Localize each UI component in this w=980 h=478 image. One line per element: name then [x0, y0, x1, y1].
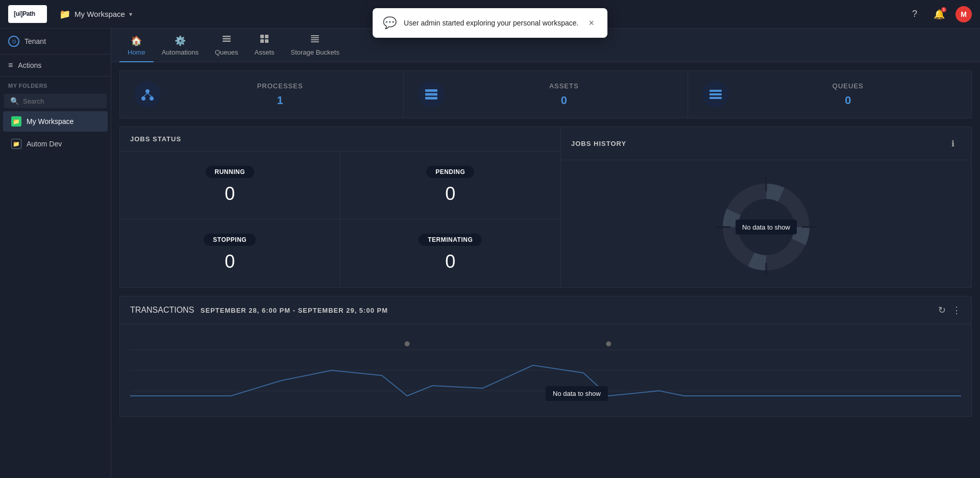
tenant-icon: ⊙ [8, 36, 19, 47]
queues-icon [222, 34, 232, 46]
pending-count: 0 [445, 183, 455, 205]
terminating-count: 0 [445, 251, 455, 272]
tab-assets[interactable]: Assets [247, 29, 283, 62]
toast-message: User admin started exploring your person… [404, 19, 578, 27]
assets-stat-info: ASSETS 0 [455, 82, 673, 107]
svg-rect-3 [223, 38, 231, 40]
notification-badge: 1 [941, 7, 946, 12]
user-avatar[interactable]: M [955, 6, 972, 22]
svg-rect-22 [709, 93, 722, 95]
stats-row: PROCESSES 1 ASSETS 0 [119, 70, 972, 118]
transactions-header: TRANSACTIONS SEPTEMBER 28, 6:00 PM - SEP… [120, 296, 971, 324]
automations-icon: ⚙️ [175, 35, 186, 46]
job-cell-pending: PENDING 0 [340, 152, 561, 219]
svg-point-24 [730, 191, 802, 263]
actions-icon: ≡ [8, 61, 13, 70]
running-count: 0 [225, 183, 235, 205]
svg-rect-5 [260, 35, 264, 38]
processes-stat-card: PROCESSES 1 [119, 70, 404, 118]
svg-rect-2 [223, 36, 231, 37]
tab-storage-buckets-label: Storage Buckets [291, 48, 339, 56]
tab-queues-label: Queues [215, 48, 238, 56]
sidebar-item-autom-dev[interactable]: 📁 Autom Dev [3, 134, 108, 154]
svg-rect-23 [709, 97, 722, 99]
transactions-menu-button[interactable]: ⋮ [952, 305, 961, 316]
stopping-count: 0 [225, 251, 235, 272]
svg-point-13 [145, 89, 150, 93]
transactions-actions: ↻ ⋮ [938, 305, 961, 316]
assets-icon [259, 34, 270, 46]
queues-icon-circle [702, 81, 729, 108]
tab-storage-buckets[interactable]: Storage Buckets [283, 29, 348, 62]
workspace-breadcrumb-label: My Workspace [75, 10, 125, 18]
pending-badge: PENDING [426, 166, 474, 178]
donut-chart-svg [715, 176, 817, 278]
jobs-history-row: JOBS STATUS RUNNING 0 PENDING 0 STOPPING [119, 127, 972, 288]
jobs-history-info-button[interactable]: ℹ [945, 135, 961, 152]
svg-rect-6 [265, 35, 268, 38]
jobs-grid: RUNNING 0 PENDING 0 STOPPING 0 TERMINA [120, 152, 560, 287]
svg-rect-10 [311, 37, 319, 38]
main-layout: ⊙ Tenant ≡ Actions MY FOLDERS 🔍 📁 My Wor… [0, 29, 980, 478]
donut-chart-wrapper: No data to show [715, 176, 817, 278]
svg-rect-8 [265, 39, 268, 43]
svg-rect-20 [425, 97, 437, 99]
sidebar-item-my-workspace[interactable]: 📁 My Workspace [3, 111, 108, 132]
svg-rect-11 [311, 39, 319, 40]
workspace-breadcrumb[interactable]: 📁 My Workspace ▾ [59, 9, 132, 20]
chevron-down-icon: ▾ [129, 11, 132, 18]
transactions-refresh-button[interactable]: ↻ [938, 305, 946, 316]
queues-label: QUEUES [739, 82, 957, 90]
job-cell-running: RUNNING 0 [120, 152, 340, 219]
assets-label: ASSETS [455, 82, 673, 90]
jobs-history-title: JOBS HISTORY [571, 140, 626, 147]
notifications-button[interactable]: 🔔 1 [931, 6, 947, 22]
jobs-status-header: JOBS STATUS [120, 127, 560, 152]
running-badge: RUNNING [206, 166, 255, 178]
svg-rect-7 [260, 39, 264, 43]
transactions-date-range-value: SEPTEMBER 28, 6:00 PM - SEPTEMBER 29, 5:… [201, 307, 388, 314]
sidebar: ⊙ Tenant ≡ Actions MY FOLDERS 🔍 📁 My Wor… [0, 29, 111, 478]
toast-icon: 💬 [383, 16, 397, 30]
svg-point-15 [150, 96, 154, 100]
logo-text: [ui]Path [8, 5, 47, 23]
transactions-chart-area: No data to show [120, 324, 971, 416]
queues-value: 0 [739, 94, 957, 107]
home-icon: 🏠 [131, 35, 142, 46]
jobs-status-title: JOBS STATUS [130, 135, 181, 143]
help-button[interactable]: ? [906, 6, 923, 22]
svg-rect-9 [311, 35, 319, 36]
svg-line-17 [148, 93, 152, 96]
svg-rect-12 [311, 41, 319, 42]
tab-home-label: Home [128, 48, 145, 56]
svg-line-16 [143, 93, 148, 96]
processes-value: 1 [171, 94, 389, 107]
tab-automations-label: Automations [162, 48, 199, 56]
autom-dev-folder-icon: 📁 [11, 139, 21, 149]
job-cell-stopping: STOPPING 0 [120, 219, 340, 287]
tab-automations[interactable]: ⚙️ Automations [154, 30, 207, 62]
transactions-panel: TRANSACTIONS SEPTEMBER 28, 6:00 PM - SEP… [119, 296, 972, 417]
sidebar-tenant[interactable]: ⊙ Tenant [0, 29, 111, 55]
autom-dev-label: Autom Dev [27, 140, 62, 148]
terminating-badge: TERMINATING [419, 234, 482, 246]
transactions-no-data-tooltip: No data to show [546, 386, 608, 401]
jobs-status-panel: JOBS STATUS RUNNING 0 PENDING 0 STOPPING [119, 127, 561, 288]
svg-point-37 [606, 341, 611, 346]
question-icon: ? [912, 9, 917, 19]
tab-home[interactable]: 🏠 Home [119, 30, 154, 62]
tab-assets-label: Assets [255, 48, 275, 56]
search-input[interactable] [23, 97, 109, 105]
my-workspace-folder-icon: 📁 [11, 116, 21, 127]
sidebar-actions[interactable]: ≡ Actions [0, 55, 111, 77]
queues-stat-info: QUEUES 0 [739, 82, 957, 107]
my-workspace-label: My Workspace [27, 117, 74, 125]
toast-close-button[interactable]: × [585, 17, 597, 30]
assets-value: 0 [455, 94, 673, 107]
processes-label: PROCESSES [171, 82, 389, 90]
tab-queues[interactable]: Queues [207, 29, 247, 62]
sidebar-search[interactable]: 🔍 [4, 94, 107, 108]
search-icon: 🔍 [10, 97, 19, 105]
job-cell-terminating: TERMINATING 0 [340, 219, 561, 287]
svg-rect-21 [709, 90, 722, 92]
